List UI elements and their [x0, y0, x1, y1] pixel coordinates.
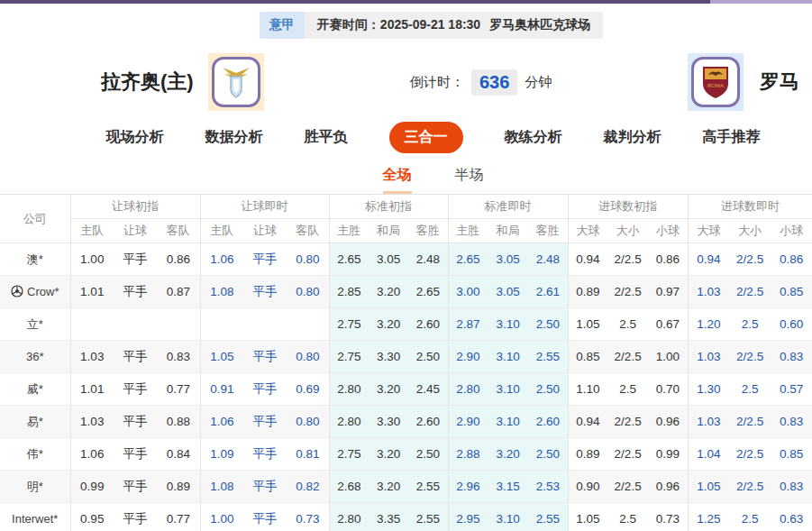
subcol-header: 和局	[488, 219, 528, 243]
subcol-header: 和局	[369, 219, 408, 243]
odds-cell: 2.5	[607, 373, 648, 406]
nav-tab-5[interactable]: 裁判分析	[604, 128, 661, 147]
odds-cell: 3.05	[488, 276, 528, 308]
company-cell: Interwet*	[0, 503, 70, 531]
odds-cell: 2.80	[329, 406, 369, 438]
company-cell: 立*	[0, 308, 70, 341]
odds-cell: 2.50	[528, 373, 568, 406]
odds-cell: 0.99	[648, 438, 688, 471]
company-cell: 澳*	[0, 243, 70, 276]
table-row: 威*1.01平手0.770.91平手0.692.803.202.452.803.…	[0, 373, 812, 406]
odds-cell: 3.10	[488, 341, 528, 373]
odds-cell: 1.00	[200, 503, 243, 531]
odds-cell: 0.77	[157, 503, 200, 531]
nav-tab-2[interactable]: 胜平负	[305, 128, 348, 147]
odds-cell: 1.00	[70, 243, 114, 276]
odds-cell: 2.55	[408, 471, 448, 503]
kickoff-time: 开赛时间：2025-09-21 18:30	[317, 17, 480, 33]
scope-tab-1[interactable]: 半场	[455, 166, 484, 194]
odds-cell: 2/2.5	[729, 243, 771, 276]
odds-cell: 1.03	[688, 276, 729, 308]
odds-cell: 2.96	[448, 471, 488, 503]
nav-tab-4[interactable]: 教练分析	[505, 128, 562, 147]
odds-cell: 平手	[114, 276, 157, 308]
svg-text:ROMA: ROMA	[707, 83, 724, 88]
odds-cell: 2/2.5	[607, 438, 648, 471]
table-row: 36*1.03平手0.831.05平手0.802.753.302.502.903…	[0, 341, 812, 373]
odds-cell: 2.50	[408, 438, 448, 471]
odds-cell: 0.89	[568, 438, 607, 471]
odds-cell: 0.70	[648, 373, 688, 406]
home-team-name: 拉齐奥(主)	[101, 69, 194, 96]
table-row: 伟*1.06平手0.841.09平手0.812.753.202.502.883.…	[0, 438, 812, 471]
odds-cell: 0.84	[157, 438, 200, 471]
odds-cell: 3.05	[369, 243, 408, 276]
odds-cell: 1.08	[200, 276, 243, 308]
match-info-bar: 意甲 开赛时间：2025-09-21 18:30 罗马奥林匹克球场	[260, 12, 603, 39]
odds-cell: 1.05	[568, 503, 607, 531]
odds-cell: 0.63	[771, 503, 812, 531]
subcol-header: 客胜	[528, 219, 568, 243]
nav-tabs: 现场分析数据分析胜平负三合一教练分析裁判分析高手推荐	[0, 120, 812, 154]
table-row: 明*0.99平手0.891.08平手0.822.683.202.552.963.…	[0, 471, 812, 503]
odds-cell: 2.80	[329, 373, 369, 406]
odds-cell	[114, 308, 157, 341]
nav-tab-6[interactable]: 高手推荐	[703, 128, 761, 147]
away-team-logo: ROMA	[688, 53, 744, 111]
odds-cell: 1.25	[688, 503, 729, 531]
scope-tab-0[interactable]: 全场	[383, 166, 412, 194]
odds-cell: 2/2.5	[607, 341, 648, 373]
odds-cell: 2.60	[408, 406, 448, 438]
company-cell: 明*	[0, 471, 70, 503]
odds-cell: 3.30	[369, 341, 408, 373]
odds-cell: 2.48	[408, 243, 448, 276]
nav-tab-3[interactable]: 三合一	[389, 122, 463, 153]
odds-cell: 2.50	[408, 341, 448, 373]
odds-cell: 3.05	[488, 243, 528, 276]
scope-tabs: 全场半场	[0, 166, 812, 194]
odds-cell: 2.48	[528, 243, 568, 276]
odds-cell: 1.08	[200, 471, 243, 503]
odds-cell: 平手	[243, 341, 287, 373]
group-header-4: 进球数初指	[568, 195, 688, 219]
odds-cell: 平手	[243, 276, 287, 308]
soccer-ball-icon	[11, 285, 23, 298]
odds-cell	[287, 308, 329, 341]
odds-cell: 3.10	[488, 373, 528, 406]
odds-cell: 1.01	[70, 373, 114, 406]
company-column-header: 公司	[0, 195, 70, 243]
odds-cell: 2.95	[448, 503, 488, 531]
odds-cell: 2/2.5	[729, 471, 771, 503]
odds-cell: 0.77	[157, 373, 200, 406]
odds-cell: 平手	[243, 373, 287, 406]
match-header: 拉齐奥(主) 倒计时： 636 分钟 ROMA	[0, 46, 812, 118]
odds-cell: 0.97	[648, 276, 688, 308]
company-cell: Crow*	[0, 276, 70, 308]
nav-tab-1[interactable]: 数据分析	[205, 128, 263, 147]
odds-cell: 3.20	[369, 276, 408, 308]
subcol-header: 让球	[243, 219, 287, 243]
company-cell: 易*	[0, 406, 70, 438]
odds-cell: 3.15	[488, 471, 528, 503]
odds-cell: 0.94	[568, 406, 607, 438]
odds-cell: 1.05	[688, 471, 729, 503]
odds-cell: 2.55	[408, 503, 448, 531]
table-row: 易*1.03平手0.881.06平手0.802.803.302.602.903.…	[0, 406, 812, 438]
odds-cell: 1.10	[568, 373, 607, 406]
venue: 罗马奥林匹克球场	[489, 17, 590, 33]
odds-cell: 0.80	[287, 243, 329, 276]
home-team-logo	[208, 53, 264, 111]
odds-cell: 2.75	[329, 438, 369, 471]
odds-cell: 2.55	[528, 341, 568, 373]
subcol-header: 主队	[70, 219, 114, 243]
odds-cell	[157, 308, 200, 341]
odds-cell: 2.90	[448, 341, 488, 373]
odds-cell: 2/2.5	[607, 276, 648, 308]
nav-tab-0[interactable]: 现场分析	[106, 128, 164, 147]
odds-cell: 0.80	[287, 276, 329, 308]
subcol-header: 小球	[771, 219, 812, 243]
odds-cell: 2/2.5	[729, 406, 771, 438]
odds-cell: 1.03	[70, 341, 114, 373]
table-row: Crow*1.01平手0.871.08平手0.802.853.202.653.0…	[0, 276, 812, 308]
odds-cell: 0.57	[771, 373, 812, 406]
